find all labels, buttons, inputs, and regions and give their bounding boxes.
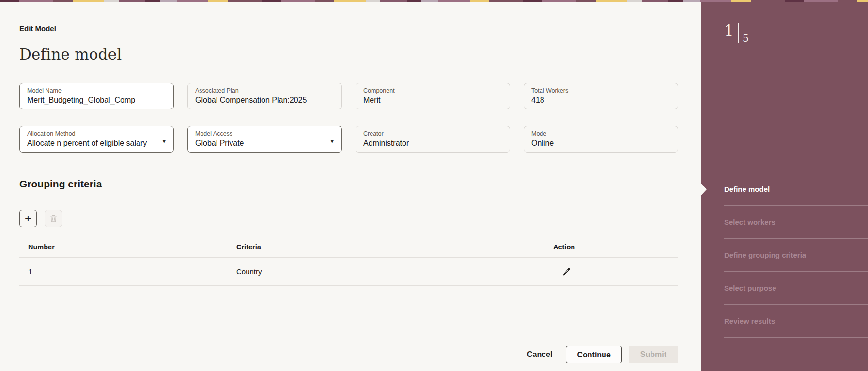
field-value: Global Compensation Plan:2025 (195, 95, 335, 106)
field-value: Allocate n percent of eligible salary (27, 138, 167, 149)
main-content: Edit Model Define model Model Name Merit… (0, 0, 701, 371)
field-value: 418 (531, 95, 671, 106)
model-name-field[interactable]: Model Name Merit_Budgeting_Global_Comp (19, 83, 174, 109)
column-header-criteria: Criteria (236, 243, 553, 251)
field-label: Creator (363, 130, 503, 138)
field-value: Online (531, 138, 671, 149)
field-label: Associated Plan (195, 87, 335, 94)
field-label: Model Name (27, 87, 167, 94)
field-label: Allocation Method (27, 130, 167, 138)
column-header-action: Action (553, 243, 678, 251)
continue-button[interactable]: Continue (566, 346, 621, 363)
grouping-criteria-title: Grouping criteria (19, 178, 102, 190)
mode-field: Mode Online (524, 126, 678, 153)
field-value: Administrator (363, 138, 503, 149)
breadcrumb: Edit Model (19, 24, 56, 32)
model-form: Model Name Merit_Budgeting_Global_Comp A… (19, 83, 678, 153)
associated-plan-field: Associated Plan Global Compensation Plan… (187, 83, 342, 109)
submit-button[interactable]: Submit (629, 346, 678, 363)
chevron-down-icon: ▾ (330, 138, 334, 144)
step-progress-indicator: 1 5 (724, 23, 749, 44)
step-select-workers[interactable]: Select workers (724, 206, 868, 239)
field-label: Component (363, 87, 503, 94)
add-criteria-button[interactable]: + (19, 210, 37, 227)
trash-icon (49, 214, 58, 223)
steps-list: Define model Select workers Define group… (724, 173, 868, 338)
total-workers-field: Total Workers 418 (524, 83, 678, 109)
table-row: 1 Country (19, 258, 678, 286)
active-step-arrow-icon (701, 183, 707, 196)
page-title: Define model (19, 46, 122, 63)
step-define-grouping-criteria[interactable]: Define grouping criteria (724, 239, 868, 272)
creator-field: Creator Administrator (356, 126, 510, 153)
field-label: Mode (531, 130, 671, 138)
step-indicator-divider (738, 23, 739, 43)
footer-actions: Cancel Continue Submit (520, 346, 678, 363)
grouping-criteria-table: Number Criteria Action 1 Country (19, 237, 678, 286)
field-value: Merit_Budgeting_Global_Comp (27, 95, 167, 106)
grouping-toolbar: + (19, 210, 62, 227)
component-field: Component Merit (356, 83, 510, 109)
model-access-select[interactable]: Model Access Global Private ▾ (187, 126, 342, 153)
steps-sidebar: 1 5 Define model Select workers Define g… (701, 0, 868, 371)
delete-criteria-button[interactable] (45, 210, 62, 227)
row-number: 1 (19, 267, 236, 276)
field-label: Total Workers (531, 87, 671, 94)
column-header-number: Number (19, 243, 236, 251)
row-criteria: Country (236, 267, 553, 276)
current-step-number: 1 (724, 23, 734, 38)
decorative-top-strip (0, 0, 868, 2)
pencil-icon (562, 267, 571, 276)
chevron-down-icon: ▾ (162, 138, 166, 144)
edit-criteria-button[interactable] (562, 267, 571, 276)
field-label: Model Access (195, 130, 335, 138)
total-steps-number: 5 (743, 32, 749, 44)
table-header-row: Number Criteria Action (19, 237, 678, 258)
step-define-model[interactable]: Define model (724, 173, 868, 206)
step-review-results[interactable]: Review results (724, 305, 868, 338)
field-value: Global Private (195, 138, 335, 149)
allocation-method-select[interactable]: Allocation Method Allocate n percent of … (19, 126, 174, 153)
field-value: Merit (363, 95, 503, 106)
cancel-button[interactable]: Cancel (520, 346, 559, 363)
plus-icon: + (25, 213, 31, 224)
step-select-purpose[interactable]: Select purpose (724, 272, 868, 305)
